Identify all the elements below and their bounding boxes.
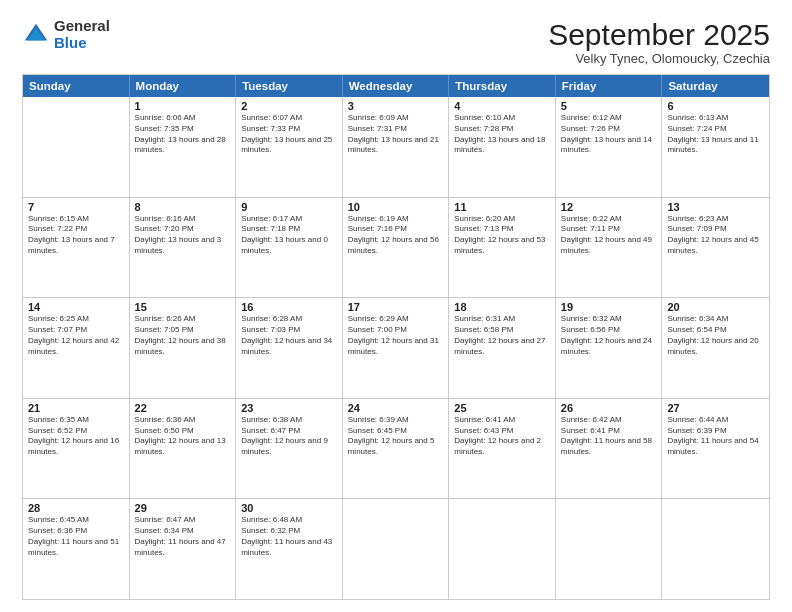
cell-day-number: 10: [348, 201, 444, 213]
cell-day-number: 28: [28, 502, 124, 514]
cell-info: Sunrise: 6:47 AM Sunset: 6:34 PM Dayligh…: [135, 515, 231, 558]
week-row-5: 28Sunrise: 6:45 AM Sunset: 6:36 PM Dayli…: [23, 499, 769, 599]
cal-cell: 16Sunrise: 6:28 AM Sunset: 7:03 PM Dayli…: [236, 298, 343, 398]
cal-cell: 9Sunrise: 6:17 AM Sunset: 7:18 PM Daylig…: [236, 198, 343, 298]
cell-info: Sunrise: 6:45 AM Sunset: 6:36 PM Dayligh…: [28, 515, 124, 558]
week-row-4: 21Sunrise: 6:35 AM Sunset: 6:52 PM Dayli…: [23, 399, 769, 500]
cell-info: Sunrise: 6:28 AM Sunset: 7:03 PM Dayligh…: [241, 314, 337, 357]
logo-blue: Blue: [54, 35, 110, 52]
cal-cell: 11Sunrise: 6:20 AM Sunset: 7:13 PM Dayli…: [449, 198, 556, 298]
cell-day-number: 20: [667, 301, 764, 313]
header: General Blue September 2025 Velky Tynec,…: [22, 18, 770, 66]
cell-day-number: 3: [348, 100, 444, 112]
cal-cell: 13Sunrise: 6:23 AM Sunset: 7:09 PM Dayli…: [662, 198, 769, 298]
logo-text: General Blue: [54, 18, 110, 51]
day-header-thursday: Thursday: [449, 75, 556, 97]
cell-info: Sunrise: 6:12 AM Sunset: 7:26 PM Dayligh…: [561, 113, 657, 156]
cal-cell: 18Sunrise: 6:31 AM Sunset: 6:58 PM Dayli…: [449, 298, 556, 398]
day-header-friday: Friday: [556, 75, 663, 97]
cell-info: Sunrise: 6:13 AM Sunset: 7:24 PM Dayligh…: [667, 113, 764, 156]
cell-info: Sunrise: 6:26 AM Sunset: 7:05 PM Dayligh…: [135, 314, 231, 357]
cal-cell: 15Sunrise: 6:26 AM Sunset: 7:05 PM Dayli…: [130, 298, 237, 398]
cell-info: Sunrise: 6:16 AM Sunset: 7:20 PM Dayligh…: [135, 214, 231, 257]
cell-info: Sunrise: 6:42 AM Sunset: 6:41 PM Dayligh…: [561, 415, 657, 458]
cell-day-number: 22: [135, 402, 231, 414]
cal-cell: [556, 499, 663, 599]
logo-icon: [22, 21, 50, 49]
cal-cell: 8Sunrise: 6:16 AM Sunset: 7:20 PM Daylig…: [130, 198, 237, 298]
cell-day-number: 6: [667, 100, 764, 112]
cell-day-number: 4: [454, 100, 550, 112]
cal-cell: 7Sunrise: 6:15 AM Sunset: 7:22 PM Daylig…: [23, 198, 130, 298]
cell-info: Sunrise: 6:17 AM Sunset: 7:18 PM Dayligh…: [241, 214, 337, 257]
day-header-sunday: Sunday: [23, 75, 130, 97]
location-subtitle: Velky Tynec, Olomoucky, Czechia: [548, 51, 770, 66]
day-header-saturday: Saturday: [662, 75, 769, 97]
cal-cell: 23Sunrise: 6:38 AM Sunset: 6:47 PM Dayli…: [236, 399, 343, 499]
calendar: SundayMondayTuesdayWednesdayThursdayFrid…: [22, 74, 770, 600]
cell-info: Sunrise: 6:19 AM Sunset: 7:16 PM Dayligh…: [348, 214, 444, 257]
cal-cell: [343, 499, 450, 599]
week-row-2: 7Sunrise: 6:15 AM Sunset: 7:22 PM Daylig…: [23, 198, 769, 299]
cal-cell: 26Sunrise: 6:42 AM Sunset: 6:41 PM Dayli…: [556, 399, 663, 499]
cal-cell: [23, 97, 130, 197]
cell-info: Sunrise: 6:22 AM Sunset: 7:11 PM Dayligh…: [561, 214, 657, 257]
cell-info: Sunrise: 6:39 AM Sunset: 6:45 PM Dayligh…: [348, 415, 444, 458]
cal-cell: 10Sunrise: 6:19 AM Sunset: 7:16 PM Dayli…: [343, 198, 450, 298]
cal-cell: 17Sunrise: 6:29 AM Sunset: 7:00 PM Dayli…: [343, 298, 450, 398]
cell-day-number: 7: [28, 201, 124, 213]
cell-day-number: 16: [241, 301, 337, 313]
cell-day-number: 27: [667, 402, 764, 414]
cal-cell: 30Sunrise: 6:48 AM Sunset: 6:32 PM Dayli…: [236, 499, 343, 599]
cell-info: Sunrise: 6:36 AM Sunset: 6:50 PM Dayligh…: [135, 415, 231, 458]
cell-day-number: 17: [348, 301, 444, 313]
cell-info: Sunrise: 6:07 AM Sunset: 7:33 PM Dayligh…: [241, 113, 337, 156]
cal-cell: 12Sunrise: 6:22 AM Sunset: 7:11 PM Dayli…: [556, 198, 663, 298]
cell-info: Sunrise: 6:23 AM Sunset: 7:09 PM Dayligh…: [667, 214, 764, 257]
cell-day-number: 24: [348, 402, 444, 414]
cell-day-number: 29: [135, 502, 231, 514]
cell-info: Sunrise: 6:29 AM Sunset: 7:00 PM Dayligh…: [348, 314, 444, 357]
cell-day-number: 12: [561, 201, 657, 213]
cell-info: Sunrise: 6:09 AM Sunset: 7:31 PM Dayligh…: [348, 113, 444, 156]
cal-cell: 14Sunrise: 6:25 AM Sunset: 7:07 PM Dayli…: [23, 298, 130, 398]
logo-general: General: [54, 18, 110, 35]
month-title: September 2025: [548, 18, 770, 51]
cell-info: Sunrise: 6:41 AM Sunset: 6:43 PM Dayligh…: [454, 415, 550, 458]
cell-day-number: 21: [28, 402, 124, 414]
cell-day-number: 18: [454, 301, 550, 313]
day-header-tuesday: Tuesday: [236, 75, 343, 97]
week-row-3: 14Sunrise: 6:25 AM Sunset: 7:07 PM Dayli…: [23, 298, 769, 399]
cell-info: Sunrise: 6:20 AM Sunset: 7:13 PM Dayligh…: [454, 214, 550, 257]
page: General Blue September 2025 Velky Tynec,…: [0, 0, 792, 612]
day-header-monday: Monday: [130, 75, 237, 97]
calendar-body: 1Sunrise: 6:06 AM Sunset: 7:35 PM Daylig…: [23, 97, 769, 599]
cal-cell: 27Sunrise: 6:44 AM Sunset: 6:39 PM Dayli…: [662, 399, 769, 499]
cell-day-number: 13: [667, 201, 764, 213]
cal-cell: 2Sunrise: 6:07 AM Sunset: 7:33 PM Daylig…: [236, 97, 343, 197]
cell-info: Sunrise: 6:31 AM Sunset: 6:58 PM Dayligh…: [454, 314, 550, 357]
cell-info: Sunrise: 6:35 AM Sunset: 6:52 PM Dayligh…: [28, 415, 124, 458]
cal-cell: 6Sunrise: 6:13 AM Sunset: 7:24 PM Daylig…: [662, 97, 769, 197]
cal-cell: 22Sunrise: 6:36 AM Sunset: 6:50 PM Dayli…: [130, 399, 237, 499]
cell-info: Sunrise: 6:38 AM Sunset: 6:47 PM Dayligh…: [241, 415, 337, 458]
cell-day-number: 26: [561, 402, 657, 414]
cell-day-number: 14: [28, 301, 124, 313]
cell-day-number: 8: [135, 201, 231, 213]
cell-info: Sunrise: 6:15 AM Sunset: 7:22 PM Dayligh…: [28, 214, 124, 257]
cal-cell: 19Sunrise: 6:32 AM Sunset: 6:56 PM Dayli…: [556, 298, 663, 398]
cal-cell: 21Sunrise: 6:35 AM Sunset: 6:52 PM Dayli…: [23, 399, 130, 499]
cell-day-number: 11: [454, 201, 550, 213]
cal-cell: 1Sunrise: 6:06 AM Sunset: 7:35 PM Daylig…: [130, 97, 237, 197]
cal-cell: 29Sunrise: 6:47 AM Sunset: 6:34 PM Dayli…: [130, 499, 237, 599]
cell-day-number: 1: [135, 100, 231, 112]
cell-info: Sunrise: 6:25 AM Sunset: 7:07 PM Dayligh…: [28, 314, 124, 357]
cell-day-number: 5: [561, 100, 657, 112]
cal-cell: 3Sunrise: 6:09 AM Sunset: 7:31 PM Daylig…: [343, 97, 450, 197]
cell-info: Sunrise: 6:44 AM Sunset: 6:39 PM Dayligh…: [667, 415, 764, 458]
cell-info: Sunrise: 6:34 AM Sunset: 6:54 PM Dayligh…: [667, 314, 764, 357]
cell-day-number: 2: [241, 100, 337, 112]
cell-day-number: 25: [454, 402, 550, 414]
calendar-header: SundayMondayTuesdayWednesdayThursdayFrid…: [23, 75, 769, 97]
cell-info: Sunrise: 6:32 AM Sunset: 6:56 PM Dayligh…: [561, 314, 657, 357]
